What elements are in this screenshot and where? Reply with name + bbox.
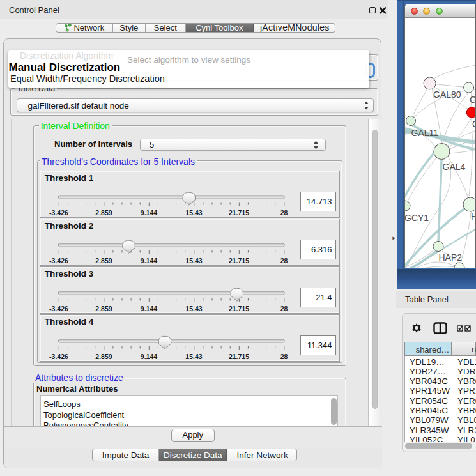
svg-text:GAL4: GAL4 [443, 162, 466, 172]
svg-text:GAL11: GAL11 [411, 128, 439, 138]
svg-text:HAP2: HAP2 [439, 252, 463, 263]
svg-text:GAL80: GAL80 [433, 89, 461, 100]
svg-text:C: C [472, 119, 476, 129]
svg-text:GCY1: GCY1 [405, 213, 429, 223]
svg-text:H: H [471, 211, 476, 222]
svg-text:G: G [470, 95, 476, 105]
